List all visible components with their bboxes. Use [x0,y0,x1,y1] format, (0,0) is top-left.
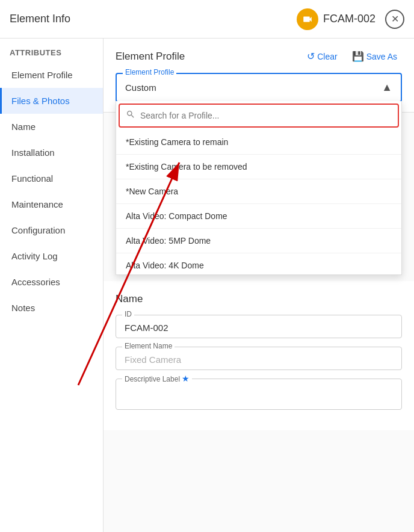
descriptive-label-field[interactable]: Descriptive Label ★ [116,379,402,410]
list-item[interactable]: *Existing Camera to be removed [116,155,401,179]
sidebar-item-configuration[interactable]: Configuration [0,217,103,243]
dropdown-list: *Existing Camera to remain *Existing Cam… [116,130,401,274]
profile-section-title: Element Profile [116,51,185,63]
panel-title: Element Info [10,13,297,25]
selected-profile-value: Custom [125,82,156,93]
element-icon [297,8,318,30]
element-id: FCAM-002 [323,13,375,25]
profile-search-input[interactable] [140,111,392,120]
close-icon: ✕ [391,13,399,25]
element-profile-dropdown[interactable]: Element Profile Custom ▲ [116,73,402,102]
save-as-label: Save As [366,52,397,61]
clear-button[interactable]: ↺ Clear [302,48,342,64]
element-name-field[interactable]: Element Name Fixed Camera [116,347,402,370]
close-button[interactable]: ✕ [385,10,404,29]
list-item[interactable]: *Existing Camera to remain [116,130,401,155]
name-section-title: Name [116,293,402,305]
list-item[interactable]: *New Camera [116,179,401,204]
list-item[interactable]: Alta Video: 5MP Dome [116,229,401,253]
sidebar-item-label: Installation [11,147,55,158]
sidebar-item-accessories[interactable]: Accessories [0,269,103,295]
clear-label: Clear [317,52,337,61]
sidebar-item-files-photos[interactable]: Files & Photos [0,88,103,114]
id-value: FCAM-002 [125,321,393,333]
list-item[interactable]: Alta Video: Compact Dome [116,204,401,229]
dropdown-selected-value[interactable]: Custom ▲ [117,74,401,101]
sidebar-item-label: Files & Photos [11,96,70,106]
save-as-button[interactable]: 💾 Save As [347,48,402,64]
element-name-placeholder: Fixed Camera [125,353,393,365]
chevron-up-icon: ▲ [382,81,392,94]
sidebar-item-notes[interactable]: Notes [0,295,103,321]
name-section: Name ID FCAM-002 Element Name Fixed Came… [104,281,414,430]
sidebar: Attributes Element Profile Files & Photo… [0,39,104,532]
content-area: Element Profile ↺ Clear 💾 Save As [104,39,414,532]
sidebar-item-maintenance[interactable]: Maintenance [0,191,103,217]
sidebar-item-activity-log[interactable]: Activity Log [0,243,103,269]
descriptive-label-value [125,385,393,404]
profile-header: Element Profile ↺ Clear 💾 Save As [116,48,402,64]
app-container: Element Info FCAM-002 ✕ Attributes Eleme… [0,0,414,532]
search-icon [126,110,135,122]
sidebar-section-header: Attributes [0,39,103,62]
id-label: ID [122,310,134,318]
sidebar-item-label: Notes [11,303,35,313]
id-field: ID FCAM-002 [116,315,402,338]
sidebar-item-label: Accessories [11,277,60,287]
dropdown-label: Element Profile [123,68,176,76]
sidebar-item-label: Name [11,122,36,132]
descriptive-label-label: Descriptive Label ★ [122,374,192,383]
save-icon: 💾 [352,51,364,62]
sidebar-item-label: Element Profile [11,70,73,80]
profile-section: Element Profile ↺ Clear 💾 Save As [104,39,414,113]
header: Element Info FCAM-002 ✕ [0,0,414,39]
list-item[interactable]: Alta Video: 4K Dome [116,253,401,274]
sidebar-item-element-profile[interactable]: Element Profile [0,62,103,88]
element-badge: FCAM-002 [297,8,375,30]
element-name-label: Element Name [122,342,175,350]
sidebar-item-label: Functional [11,173,53,184]
dropdown-open-list: *Existing Camera to remain *Existing Cam… [116,101,402,275]
search-box-wrapper [119,104,399,128]
clear-icon: ↺ [307,51,315,62]
sidebar-item-label: Maintenance [11,199,63,209]
profile-actions: ↺ Clear 💾 Save As [302,48,402,64]
sidebar-item-functional[interactable]: Functional [0,165,103,191]
main-layout: Attributes Element Profile Files & Photo… [0,39,414,532]
sidebar-item-installation[interactable]: Installation [0,140,103,165]
star-icon: ★ [182,374,190,383]
sidebar-item-label: Configuration [11,225,65,235]
sidebar-item-name[interactable]: Name [0,114,103,140]
sidebar-item-label: Activity Log [11,251,58,261]
